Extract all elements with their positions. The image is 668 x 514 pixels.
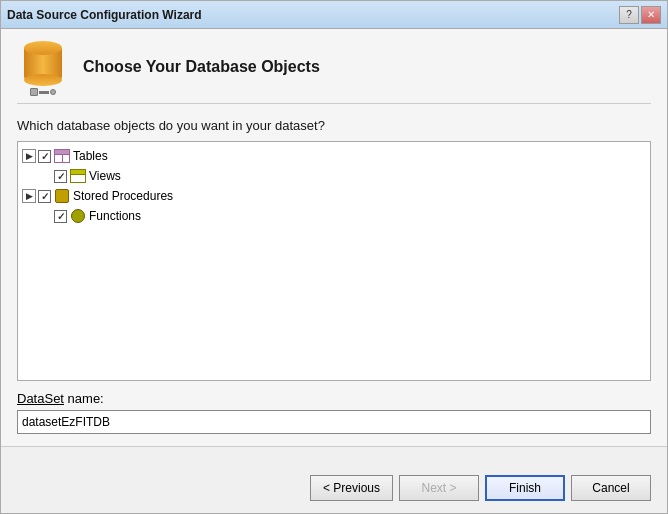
next-button: Next > [399,475,479,501]
functions-checkbox[interactable] [54,210,67,223]
bottom-bar: < Previous Next > Finish Cancel [1,446,667,513]
tree-row-views[interactable]: Views [22,166,646,186]
tree-row-functions[interactable]: Functions [22,206,646,226]
finish-button[interactable]: Finish [485,475,565,501]
cancel-button[interactable]: Cancel [571,475,651,501]
close-button[interactable]: ✕ [641,6,661,24]
views-icon [70,168,86,184]
functions-label: Functions [89,209,141,223]
tree-row-tables[interactable]: ▶ Tables [22,146,646,166]
tables-icon [54,148,70,164]
dataset-label-rest: name: [64,391,104,406]
views-label: Views [89,169,121,183]
tree-container[interactable]: ▶ Tables Views ▶ [17,141,651,381]
tables-checkbox[interactable] [38,150,51,163]
title-bar: Data Source Configuration Wizard ? ✕ [1,1,667,29]
wizard-question: Which database objects do you want in yo… [17,118,651,133]
functions-icon [70,208,86,224]
help-button[interactable]: ? [619,6,639,24]
title-bar-controls: ? ✕ [619,6,661,24]
main-content: Choose Your Database Objects Which datab… [1,29,667,446]
wizard-title: Choose Your Database Objects [83,58,320,76]
wizard-header: Choose Your Database Objects [17,41,651,104]
tree-row-storedprocs[interactable]: ▶ Stored Procedures [22,186,646,206]
tables-expander[interactable]: ▶ [22,149,36,163]
storedprocs-expander[interactable]: ▶ [22,189,36,203]
views-checkbox[interactable] [54,170,67,183]
wizard-window: Data Source Configuration Wizard ? ✕ [0,0,668,514]
tables-label: Tables [73,149,108,163]
previous-button[interactable]: < Previous [310,475,393,501]
dataset-name-input[interactable] [17,410,651,434]
window-title: Data Source Configuration Wizard [7,8,202,22]
storedprocs-checkbox[interactable] [38,190,51,203]
dataset-section: DataSet name: [17,391,651,434]
database-icon [17,41,69,93]
storedprocs-label: Stored Procedures [73,189,173,203]
button-row: < Previous Next > Finish Cancel [17,467,651,505]
dataset-label-underline: DataSet [17,391,64,406]
dataset-label-row: DataSet name: [17,391,651,406]
storedprocs-icon [54,188,70,204]
